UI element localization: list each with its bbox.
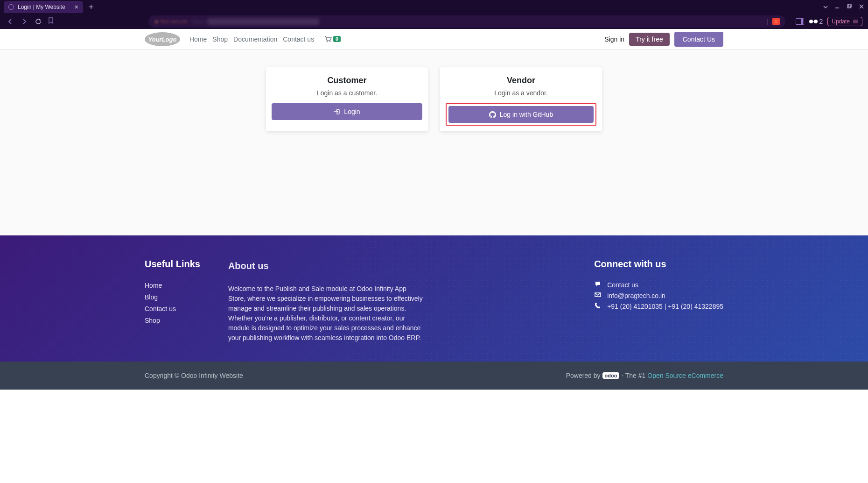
useful-links-title: Useful Links [145, 259, 200, 270]
footer-link-blog[interactable]: Blog [145, 292, 200, 302]
github-icon [489, 111, 496, 118]
svg-point-14 [329, 41, 330, 42]
tab-menu-icon[interactable] [823, 4, 828, 11]
footer-link-contact[interactable]: Contact us [145, 304, 200, 314]
try-free-button[interactable]: Try it free [629, 33, 670, 46]
connect-contact-link[interactable]: Contact us [607, 281, 638, 289]
close-window-icon[interactable] [859, 4, 864, 11]
cart-icon [324, 36, 332, 43]
customer-login-label: Login [344, 108, 360, 115]
cart-count-badge: 0 [333, 36, 341, 42]
the1-label: - The #1 [621, 372, 645, 379]
svg-point-5 [809, 20, 813, 23]
signin-link[interactable]: Sign in [604, 36, 624, 43]
chat-icon [594, 281, 602, 289]
url-bar[interactable]: ◉ Not secure https://███████████████████… [148, 15, 785, 28]
svg-rect-2 [848, 4, 852, 7]
tab-favicon-icon [8, 4, 14, 10]
bookmark-icon[interactable] [48, 17, 54, 26]
tab-title: Login | My Website [18, 4, 65, 10]
powered-by-label: Powered by [566, 372, 601, 379]
update-label: Update [832, 18, 850, 25]
about-us-title: About us [228, 259, 424, 273]
sidebar-toggle-icon[interactable] [796, 18, 804, 25]
ecommerce-link[interactable]: Open Source eCommerce [647, 372, 723, 379]
nav-home[interactable]: Home [189, 36, 207, 43]
odoo-badge[interactable]: odoo [602, 372, 620, 379]
nav-shop[interactable]: Shop [212, 36, 228, 43]
vendor-card: Vendor Login as a vendor. Log in with Gi… [440, 67, 602, 131]
customer-login-button[interactable]: Login [272, 103, 422, 120]
connect-phone: +91 (20) 41201035 | +91 (20) 41322895 [607, 303, 723, 310]
vendor-github-login-button[interactable]: Log in with GitHub [448, 106, 594, 123]
tor-indicator[interactable]: 2 [809, 18, 823, 25]
vendor-card-sub: Login as a vendor. [446, 89, 596, 97]
contact-us-button[interactable]: Contact Us [674, 32, 723, 47]
minimize-icon[interactable] [834, 4, 840, 11]
site-logo[interactable]: YourLogo [145, 32, 180, 46]
reload-button[interactable] [34, 17, 43, 26]
svg-point-13 [327, 41, 328, 42]
browser-tab[interactable]: Login | My Website × [4, 1, 83, 13]
customer-card-sub: Login as a customer. [272, 89, 422, 97]
customer-card: Customer Login as a customer. Login [266, 67, 428, 131]
connect-email: info@pragtech.co.in [607, 292, 665, 299]
tab-close-icon[interactable]: × [69, 3, 78, 11]
back-button[interactable] [6, 17, 15, 26]
new-tab-button[interactable]: + [89, 2, 94, 12]
vendor-github-login-label: Log in with GitHub [500, 111, 553, 118]
svg-rect-1 [847, 5, 851, 8]
connect-title: Connect with us [594, 259, 723, 270]
about-us-text: Welcome to the Publish and Sale module a… [228, 284, 424, 343]
nav-contact-us[interactable]: Contact us [283, 36, 314, 43]
footer-link-home[interactable]: Home [145, 281, 200, 291]
signin-icon [334, 108, 340, 115]
vendor-highlight-box: Log in with GitHub [446, 103, 596, 126]
vendor-card-title: Vendor [446, 76, 596, 85]
maximize-icon[interactable] [847, 4, 852, 11]
cart-button[interactable]: 0 [324, 36, 341, 43]
brave-shield-icon[interactable] [772, 18, 780, 25]
svg-point-6 [814, 20, 818, 23]
email-icon [594, 291, 602, 299]
glasses-count: 2 [819, 18, 823, 25]
svg-text:YourLogo: YourLogo [148, 36, 177, 43]
footer-link-shop[interactable]: Shop [145, 316, 200, 326]
copyright-text: Copyright © Odoo Infinity Website [145, 372, 243, 379]
update-button[interactable]: Update [827, 17, 862, 26]
customer-card-title: Customer [272, 76, 422, 85]
nav-documentation[interactable]: Documentation [233, 36, 277, 43]
forward-button[interactable] [20, 17, 29, 26]
phone-icon [594, 302, 602, 310]
